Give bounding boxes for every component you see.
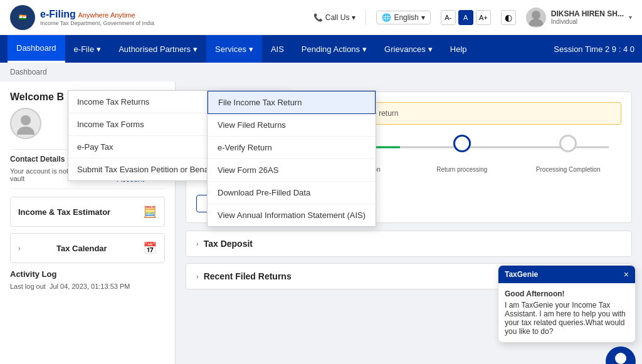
taxgenie-card: TaxGenie × Good Afternoon! I am TaxGenie… (498, 265, 636, 343)
session-time: Session Time 2 9 : 4 0 (554, 44, 634, 54)
taxgenie-close-button[interactable]: × (624, 269, 629, 279)
grievances-dropdown-arrow: ▾ (428, 44, 433, 54)
efile-dropdown-arrow: ▾ (97, 44, 101, 54)
taxgenie-body: Good Afternoon! I am TaxGenie your Incom… (498, 283, 635, 342)
font-increase-button[interactable]: A+ (476, 10, 491, 25)
phone-icon: 📞 (313, 13, 323, 22)
itr-item-form26as[interactable]: View Form 26AS (208, 159, 376, 182)
user-info[interactable]: DIKSHA HIREN SH... Individual ▾ (526, 8, 632, 28)
taxgenie-avatar-button[interactable] (606, 346, 636, 364)
itr-item-everify[interactable]: e-Verify Return (208, 137, 376, 159)
nav-efile[interactable]: e-File ▾ (65, 35, 110, 63)
nav-dashboard[interactable]: Dashboard (8, 35, 65, 63)
font-decrease-button[interactable]: A- (441, 10, 456, 25)
logo-area: 🇮🇳 e-Filing Anywhere Anytime Income Tax … (10, 5, 154, 30)
nav-ais[interactable]: AIS (262, 35, 293, 63)
font-normal-button[interactable]: A (458, 10, 473, 25)
lang-dropdown-arrow: ▾ (421, 13, 425, 22)
logo-text: e-Filing Anywhere Anytime Income Tax Dep… (40, 9, 154, 26)
svg-point-2 (615, 353, 626, 364)
taxgenie-widget: TaxGenie × Good Afternoon! I am TaxGenie… (498, 265, 636, 364)
user-avatar (526, 8, 546, 28)
auth-dropdown-arrow: ▾ (193, 44, 197, 54)
dept-subtitle: Income Tax Department, Government of Ind… (40, 20, 154, 26)
top-right-controls: 📞 Call Us ▾ 🌐 English ▾ A- A A+ ◐ DIKSHA… (313, 8, 632, 28)
taxgenie-header: TaxGenie × (498, 266, 635, 283)
nav-help[interactable]: Help (441, 35, 476, 63)
language-selector[interactable]: 🌐 English ▾ (376, 11, 430, 24)
taxgenie-greeting: Good Afternoon! (505, 289, 629, 298)
itr-item-ais[interactable]: View Annual Information Statement (AIS) (208, 204, 376, 226)
nav-grievances[interactable]: Grievances ▾ (376, 35, 441, 63)
nav-authorised-partners[interactable]: Authorised Partners ▾ (110, 35, 206, 63)
taxgenie-message: I am TaxGenie your Income Tax Assistant.… (505, 301, 629, 336)
nav-bar: Dashboard e-File ▾ Authorised Partners ▾… (0, 35, 642, 63)
govt-emblem: 🇮🇳 (10, 5, 35, 30)
itr-item-file[interactable]: File Income Tax Return (208, 91, 376, 114)
contrast-button[interactable]: ◐ (501, 10, 516, 25)
itr-item-view-filed[interactable]: View Filed Returns (208, 114, 376, 137)
call-dropdown-arrow: ▾ (352, 13, 355, 22)
font-controls: A- A A+ (441, 10, 491, 25)
top-bar: 🇮🇳 e-Filing Anywhere Anytime Income Tax … (0, 0, 642, 35)
services-dropdown-arrow: ▾ (249, 44, 253, 54)
user-details: DIKSHA HIREN SH... Individual (551, 9, 624, 25)
svg-point-0 (532, 11, 540, 19)
user-dropdown-arrow: ▾ (629, 14, 632, 21)
nav-pending-actions[interactable]: Pending Actions ▾ (293, 35, 376, 63)
efiling-brand: e-Filing Anywhere Anytime (40, 9, 154, 20)
pending-dropdown-arrow: ▾ (362, 44, 367, 54)
itr-submenu: File Income Tax Return View Filed Return… (207, 90, 376, 227)
call-us-button[interactable]: 📞 Call Us ▾ (313, 13, 356, 22)
itr-item-prefilled[interactable]: Download Pre-Filled Data (208, 182, 376, 204)
nav-services[interactable]: Services ▾ (206, 35, 262, 63)
globe-icon: 🌐 (382, 13, 391, 22)
